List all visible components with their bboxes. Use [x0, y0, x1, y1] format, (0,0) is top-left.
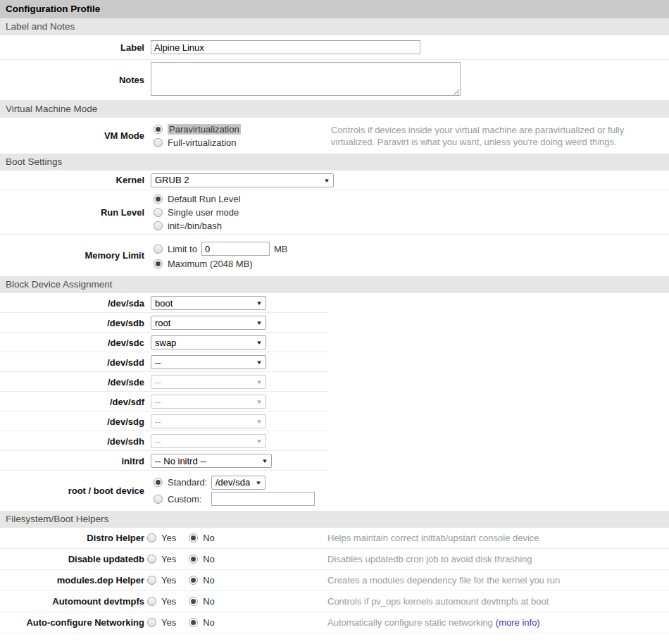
- kernel-select[interactable]: GRUB 2 ▼: [151, 173, 334, 187]
- notes-textarea[interactable]: [151, 62, 461, 96]
- modules-dep-yes-label: Yes: [161, 575, 176, 586]
- memory-limit-to-radio[interactable]: [154, 244, 163, 254]
- disable-updatedb-no-radio[interactable]: [189, 555, 198, 564]
- run-level-default-label: Default Run Level: [168, 194, 240, 204]
- device-sdh-label: /dev/sdh: [0, 436, 144, 447]
- initrd-label: initrd: [0, 456, 144, 466]
- run-level-single-user-radio[interactable]: [154, 208, 163, 217]
- chevron-down-icon: ▼: [323, 177, 330, 183]
- root-boot-device-row: root / boot device Standard: /dev/sda ▼ …: [0, 471, 669, 511]
- root-boot-standard-select[interactable]: /dev/sda ▼: [211, 476, 265, 490]
- device-sdh-select[interactable]: -- ▼: [151, 434, 266, 448]
- device-sdg-select[interactable]: -- ▼: [151, 414, 266, 428]
- automount-devtmpfs-no-radio[interactable]: [189, 597, 198, 606]
- notes-field-control: [151, 62, 475, 98]
- vm-mode-full-virtualization-radio[interactable]: [154, 138, 163, 147]
- section-header-virtual-machine-mode: Virtual Machine Mode: [0, 101, 669, 118]
- auto-configure-networking-no-label: No: [203, 617, 215, 628]
- run-level-label: Run Level: [0, 207, 144, 218]
- chevron-down-icon: ▼: [256, 359, 263, 366]
- modules-dep-no-label: No: [203, 575, 215, 586]
- configuration-profile-page: Configuration Profile Label and Notes La…: [0, 0, 669, 644]
- device-sdd-label: /dev/sdd: [0, 357, 144, 368]
- memory-maximum-radio[interactable]: [154, 259, 163, 268]
- kernel-row: Kernel GRUB 2 ▼: [0, 171, 669, 190]
- distro-helper-no-label: No: [203, 533, 215, 543]
- block-device-row-sdd: /dev/sdd -- ▼: [0, 352, 669, 372]
- memory-limit-to-label: Limit to: [168, 244, 197, 254]
- label-field-label: Label: [0, 42, 144, 53]
- root-boot-device-options: Standard: /dev/sda ▼ Custom:: [151, 474, 325, 507]
- page-title: Configuration Profile: [0, 0, 669, 18]
- auto-configure-networking-yes-radio[interactable]: [147, 618, 156, 627]
- automount-devtmpfs-row: Automount devtmpfs Yes No Controls if pv…: [0, 591, 669, 612]
- memory-limit-row: Memory Limit Limit to MB Maximum (2048 M…: [0, 235, 669, 276]
- root-boot-standard-radio[interactable]: [154, 478, 163, 487]
- run-level-init-bash-label: init=/bin/bash: [168, 221, 222, 231]
- auto-configure-networking-help-span: Automatically configure static networkin…: [327, 617, 493, 628]
- run-level-default-radio[interactable]: [154, 194, 163, 204]
- section-header-label-and-notes: Label and Notes: [0, 18, 669, 35]
- distro-helper-yes-label: Yes: [161, 533, 176, 543]
- block-device-row-sde: /dev/sde -- ▼: [0, 372, 669, 392]
- disable-updatedb-label: Disable updatedb: [0, 554, 144, 564]
- distro-helper-label: Distro Helper: [0, 533, 144, 543]
- device-sdb-select[interactable]: root ▼: [151, 316, 266, 330]
- device-sdd-select-value: --: [155, 357, 161, 368]
- device-sdb-select-value: root: [155, 318, 170, 328]
- distro-helper-yes-radio[interactable]: [147, 533, 156, 543]
- distro-helper-no-radio[interactable]: [189, 533, 198, 543]
- root-boot-custom-label: Custom:: [168, 494, 211, 504]
- section-header-block-device-assignment: Block Device Assignment: [0, 276, 669, 293]
- device-sdc-select-value: swap: [155, 338, 176, 348]
- initrd-row: initrd -- No initrd -- ▼: [0, 451, 669, 471]
- distro-helper-help-text: Helps maintain correct inittab/upstart c…: [321, 532, 669, 544]
- block-device-row-sdb: /dev/sdb root ▼: [0, 313, 669, 333]
- device-sdb-label: /dev/sdb: [0, 318, 144, 328]
- device-sda-select[interactable]: boot ▼: [151, 296, 266, 310]
- block-device-row-sdh: /dev/sdh -- ▼: [0, 431, 669, 451]
- device-sde-select[interactable]: -- ▼: [151, 375, 266, 389]
- device-sdf-select[interactable]: -- ▼: [151, 395, 266, 409]
- disable-updatedb-help-text: Disables updatedb cron job to avoid disk…: [321, 553, 669, 565]
- device-sdg-label: /dev/sdg: [0, 416, 144, 427]
- section-header-boot-settings: Boot Settings: [0, 154, 669, 171]
- run-level-options: Default Run Level Single user mode init=…: [151, 192, 325, 233]
- vm-mode-options: Paravirtualization Full-virtualization: [151, 123, 325, 149]
- modules-dep-help-text: Creates a modules dependency file for th…: [321, 574, 669, 586]
- block-device-row-sda: /dev/sda boot ▼: [0, 293, 669, 313]
- modules-dep-no-radio[interactable]: [189, 576, 198, 585]
- run-level-single-user-label: Single user mode: [168, 207, 239, 218]
- auto-configure-networking-label: Auto-configure Networking: [0, 617, 144, 628]
- notes-row: Notes: [0, 60, 669, 101]
- device-sdd-select[interactable]: -- ▼: [151, 355, 266, 369]
- section-header-filesystem-boot-helpers: Filesystem/Boot Helpers: [0, 511, 669, 528]
- memory-limit-options: Limit to MB Maximum (2048 MB): [151, 240, 362, 271]
- initrd-select[interactable]: -- No initrd -- ▼: [151, 454, 272, 468]
- disable-updatedb-yes-radio[interactable]: [147, 555, 156, 564]
- modules-dep-helper-row: modules.dep Helper Yes No Creates a modu…: [0, 570, 669, 591]
- label-input[interactable]: [151, 40, 420, 54]
- kernel-select-value: GRUB 2: [155, 175, 189, 185]
- vm-mode-paravirtualization-radio[interactable]: [154, 125, 163, 134]
- disable-updatedb-row: Disable updatedb Yes No Disables updated…: [0, 549, 669, 570]
- chevron-down-icon: ▼: [256, 300, 263, 306]
- auto-configure-networking-no-radio[interactable]: [189, 618, 198, 627]
- run-level-init-bash-radio[interactable]: [154, 221, 163, 230]
- more-info-link[interactable]: (more info): [496, 617, 540, 628]
- automount-devtmpfs-yes-radio[interactable]: [147, 597, 156, 606]
- root-boot-custom-input[interactable]: [211, 492, 315, 506]
- device-sdh-select-value: --: [155, 436, 161, 447]
- chevron-down-icon: ▼: [256, 320, 263, 326]
- root-boot-custom-radio[interactable]: [154, 495, 163, 504]
- memory-maximum-label: Maximum (2048 MB): [168, 259, 253, 269]
- modules-dep-yes-radio[interactable]: [147, 576, 156, 585]
- device-sdc-select[interactable]: swap ▼: [151, 335, 266, 349]
- initrd-select-value: -- No initrd --: [155, 456, 206, 466]
- chevron-down-icon: ▼: [261, 458, 268, 464]
- disable-updatedb-no-label: No: [203, 554, 215, 564]
- memory-limit-unit: MB: [274, 244, 288, 254]
- label-field-control: [151, 40, 432, 54]
- device-sdg-select-value: --: [155, 416, 161, 427]
- memory-limit-input[interactable]: [201, 242, 270, 256]
